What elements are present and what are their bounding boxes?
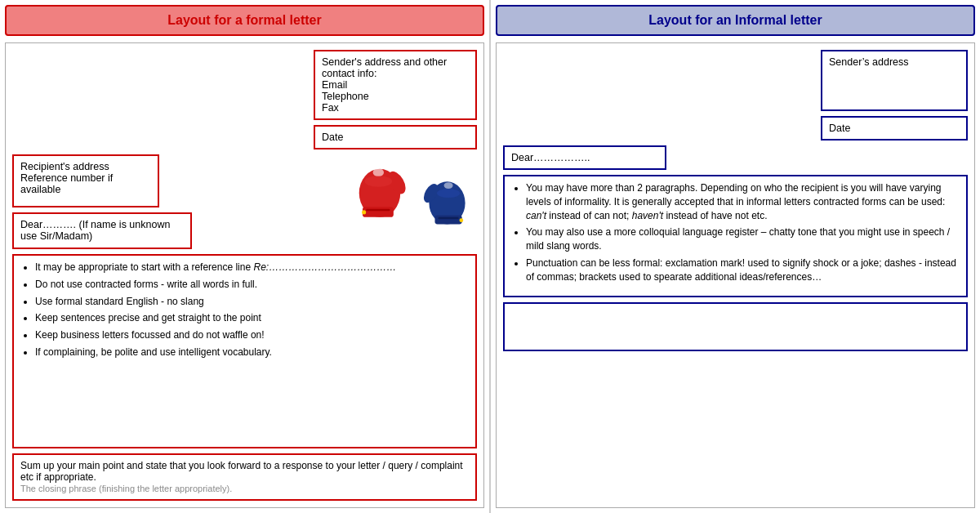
informal-dear-box: Dear……………..	[503, 145, 666, 170]
informal-sender-box: Sender’s address	[821, 50, 968, 111]
informal-letter-area: Sender’s address Date Dear…………….. You ma…	[496, 42, 975, 508]
informal-letter-panel: Layout for an Informal letter Sender’s a…	[491, 0, 980, 513]
dear-box: Dear………. (If name is unknown use Sir/Mad…	[12, 212, 192, 249]
formal-letter-area: Sender's address and other contact info:…	[5, 42, 484, 508]
body-points-box: It may be appropriate to start with a re…	[12, 254, 477, 448]
formal-header: Layout for a formal letter	[5, 5, 484, 36]
date-box: Date	[314, 125, 477, 149]
informal-date-box: Date	[821, 116, 968, 141]
recipient-box: Recipient's address Reference number if …	[12, 154, 159, 207]
formal-letter-panel: Layout for a formal letter Sender's addr…	[0, 0, 491, 513]
closing-box: Sum up your main point and state that yo…	[12, 453, 477, 501]
informal-closing-box	[503, 302, 968, 351]
sender-address-box: Sender's address and other contact info:…	[314, 50, 477, 120]
informal-body-box: You may have more than 2 paragraphs. Dep…	[503, 175, 968, 297]
informal-header: Layout for an Informal letter	[496, 5, 975, 36]
